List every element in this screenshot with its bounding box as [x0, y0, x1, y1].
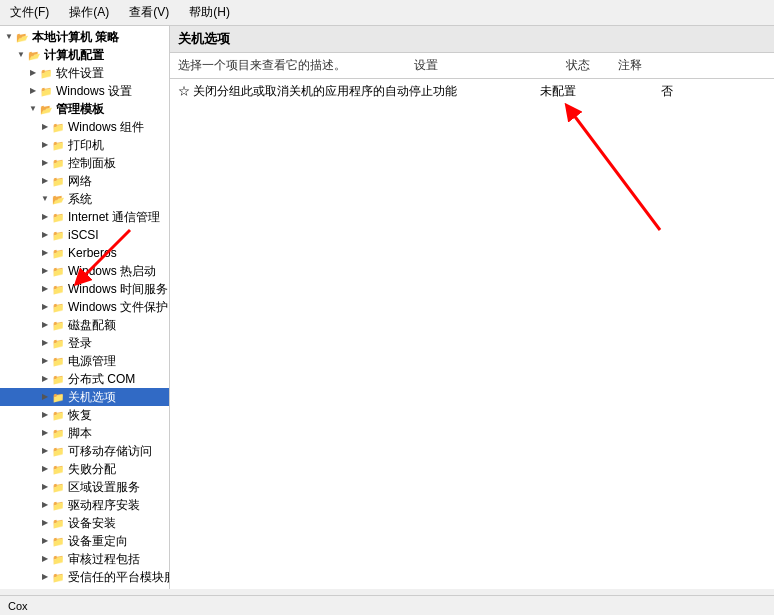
folder-icon-20: 📁 [52, 390, 66, 404]
tree-item-8[interactable]: ▶📁网络 [0, 172, 169, 190]
tree-item-28[interactable]: ▶📁设备重定向 [0, 532, 169, 550]
tree-item-7[interactable]: ▶📁控制面板 [0, 154, 169, 172]
expand-icon-3[interactable]: ▶ [26, 84, 40, 98]
tree-item-20[interactable]: ▶📁关机选项 [0, 388, 169, 406]
tree-label-21: 恢复 [68, 407, 92, 423]
top-bar: 文件(F) 操作(A) 查看(V) 帮助(H) [0, 0, 774, 26]
tree-item-0[interactable]: ▼📂本地计算机 策略 [0, 28, 169, 46]
tree-item-24[interactable]: ▶📁失败分配 [0, 460, 169, 478]
expand-icon-28[interactable]: ▶ [38, 534, 52, 548]
tree-item-25[interactable]: ▶📁区域设置服务 [0, 478, 169, 496]
expand-icon-27[interactable]: ▶ [38, 516, 52, 530]
expand-icon-6[interactable]: ▶ [38, 138, 52, 152]
folder-icon-23: 📁 [52, 444, 66, 458]
tree-item-18[interactable]: ▶📁电源管理 [0, 352, 169, 370]
expand-icon-31[interactable]: ▶ [38, 588, 52, 589]
expand-icon-16[interactable]: ▶ [38, 318, 52, 332]
expand-icon-5[interactable]: ▶ [38, 120, 52, 134]
menu-file[interactable]: 文件(F) [4, 2, 55, 23]
expand-icon-17[interactable]: ▶ [38, 336, 52, 350]
expand-icon-26[interactable]: ▶ [38, 498, 52, 512]
folder-icon-5: 📁 [52, 120, 66, 134]
expand-icon-22[interactable]: ▶ [38, 426, 52, 440]
tree-item-4[interactable]: ▼📂管理模板 [0, 100, 169, 118]
expand-icon-10[interactable]: ▶ [38, 210, 52, 224]
status-bar: Cox [0, 595, 774, 615]
tree-label-1: 计算机配置 [44, 47, 104, 63]
tree-item-10[interactable]: ▶📁Internet 通信管理 [0, 208, 169, 226]
right-header: 关机选项 [170, 26, 774, 53]
tree-item-16[interactable]: ▶📁磁盘配额 [0, 316, 169, 334]
tree-label-6: 打印机 [68, 137, 104, 153]
tree-label-7: 控制面板 [68, 155, 116, 171]
tree-item-6[interactable]: ▶📁打印机 [0, 136, 169, 154]
menu-action[interactable]: 操作(A) [63, 2, 115, 23]
expand-icon-9[interactable]: ▼ [38, 192, 52, 206]
tree-item-5[interactable]: ▶📁Windows 组件 [0, 118, 169, 136]
tree-item-12[interactable]: ▶📁Kerberos [0, 244, 169, 262]
expand-icon-4[interactable]: ▼ [26, 102, 40, 116]
tree-item-31[interactable]: ▶📁跨域登录 [0, 586, 169, 589]
tree-item-30[interactable]: ▶📁受信任的平台模块服务 [0, 568, 169, 586]
folder-icon-19: 📁 [52, 372, 66, 386]
folder-icon-24: 📁 [52, 462, 66, 476]
expand-icon-13[interactable]: ▶ [38, 264, 52, 278]
folder-icon-18: 📁 [52, 354, 66, 368]
expand-icon-15[interactable]: ▶ [38, 300, 52, 314]
expand-icon-30[interactable]: ▶ [38, 570, 52, 584]
expand-icon-20[interactable]: ▶ [38, 390, 52, 404]
row-name: ☆ 关闭分组此或取消关机的应用程序的自动停止功能 [170, 79, 532, 104]
tree-item-15[interactable]: ▶📁Windows 文件保护 [0, 298, 169, 316]
folder-icon-7: 📁 [52, 156, 66, 170]
tree-item-29[interactable]: ▶📁审核过程包括 [0, 550, 169, 568]
folder-icon-21: 📁 [52, 408, 66, 422]
folder-icon-29: 📁 [52, 552, 66, 566]
expand-icon-29[interactable]: ▶ [38, 552, 52, 566]
folder-icon-9: 📂 [52, 192, 66, 206]
expand-icon-7[interactable]: ▶ [38, 156, 52, 170]
menu-help[interactable]: 帮助(H) [183, 2, 236, 23]
tree-item-14[interactable]: ▶📁Windows 时间服务 [0, 280, 169, 298]
row-status: 未配置 [532, 79, 653, 104]
tree-item-11[interactable]: ▶📁iSCSI [0, 226, 169, 244]
folder-icon-17: 📁 [52, 336, 66, 350]
tree-label-17: 登录 [68, 335, 92, 351]
expand-icon-0[interactable]: ▼ [2, 30, 16, 44]
expand-icon-11[interactable]: ▶ [38, 228, 52, 242]
table-row[interactable]: ☆ 关闭分组此或取消关机的应用程序的自动停止功能 未配置 否 [170, 79, 774, 104]
right-subheader: 选择一个项目来查看它的描述。 设置 状态 注释 [170, 53, 774, 79]
folder-icon-30: 📁 [52, 570, 66, 584]
expand-icon-1[interactable]: ▼ [14, 48, 28, 62]
expand-icon-24[interactable]: ▶ [38, 462, 52, 476]
tree-item-1[interactable]: ▼📂计算机配置 [0, 46, 169, 64]
expand-icon-21[interactable]: ▶ [38, 408, 52, 422]
expand-icon-12[interactable]: ▶ [38, 246, 52, 260]
tree-item-17[interactable]: ▶📁登录 [0, 334, 169, 352]
expand-icon-19[interactable]: ▶ [38, 372, 52, 386]
tree-item-9[interactable]: ▼📂系统 [0, 190, 169, 208]
expand-icon-23[interactable]: ▶ [38, 444, 52, 458]
folder-icon-2: 📁 [40, 66, 54, 80]
tree-label-22: 脚本 [68, 425, 92, 441]
folder-icon-27: 📁 [52, 516, 66, 530]
folder-icon-8: 📁 [52, 174, 66, 188]
tree-item-19[interactable]: ▶📁分布式 COM [0, 370, 169, 388]
tree-item-23[interactable]: ▶📁可移动存储访问 [0, 442, 169, 460]
expand-icon-2[interactable]: ▶ [26, 66, 40, 80]
tree-label-5: Windows 组件 [68, 119, 144, 135]
expand-icon-25[interactable]: ▶ [38, 480, 52, 494]
tree-item-3[interactable]: ▶📁Windows 设置 [0, 82, 169, 100]
right-content: ☆ 关闭分组此或取消关机的应用程序的自动停止功能 未配置 否 [170, 79, 774, 589]
tree-item-2[interactable]: ▶📁软件设置 [0, 64, 169, 82]
tree-item-21[interactable]: ▶📁恢复 [0, 406, 169, 424]
expand-icon-8[interactable]: ▶ [38, 174, 52, 188]
menu-view[interactable]: 查看(V) [123, 2, 175, 23]
tree-item-26[interactable]: ▶📁驱动程序安装 [0, 496, 169, 514]
expand-icon-14[interactable]: ▶ [38, 282, 52, 296]
tree-item-13[interactable]: ▶📁Windows 热启动 [0, 262, 169, 280]
tree-item-22[interactable]: ▶📁脚本 [0, 424, 169, 442]
tree-item-27[interactable]: ▶📁设备安装 [0, 514, 169, 532]
expand-icon-18[interactable]: ▶ [38, 354, 52, 368]
tree-panel[interactable]: ▼📂本地计算机 策略▼📂计算机配置▶📁软件设置▶📁Windows 设置▼📂管理模… [0, 26, 170, 589]
folder-icon-25: 📁 [52, 480, 66, 494]
